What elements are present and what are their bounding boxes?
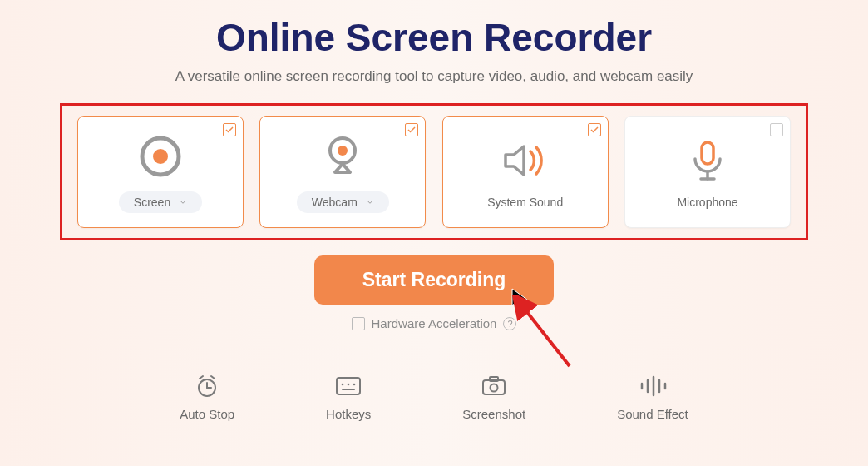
tools-row: Auto Stop Hotkeys Screenshot Sound Effec… (180, 374, 688, 421)
page-subtitle: A versatile online screen recording tool… (175, 68, 693, 85)
svg-point-15 (353, 384, 356, 386)
start-recording-button[interactable]: Start Recording (314, 255, 555, 305)
sound-wave-icon (639, 374, 667, 399)
tool-hotkeys-label: Hotkeys (326, 407, 371, 421)
help-icon[interactable]: ? (503, 317, 516, 330)
checkbox-webcam[interactable] (405, 123, 418, 136)
speaker-icon (502, 136, 549, 186)
svg-rect-18 (490, 377, 498, 381)
clock-icon (195, 374, 219, 399)
sources-selection-highlight: Screen Webcam (60, 103, 808, 240)
tool-sound-effect[interactable]: Sound Effect (617, 374, 688, 421)
screen-label: Screen (134, 196, 170, 209)
svg-line-10 (200, 376, 203, 379)
tool-auto-stop[interactable]: Auto Stop (180, 374, 234, 421)
tool-screenshot[interactable]: Screenshot (462, 374, 525, 421)
hardware-accel-checkbox[interactable] (352, 317, 365, 330)
chevron-down-icon (366, 198, 374, 206)
keyboard-icon (335, 374, 362, 399)
tool-auto-stop-label: Auto Stop (180, 407, 234, 421)
system-sound-label: System Sound (487, 196, 563, 209)
tool-hotkeys[interactable]: Hotkeys (326, 374, 371, 421)
webcam-icon (320, 131, 365, 181)
svg-point-19 (491, 384, 498, 392)
source-card-microphone[interactable]: Microphone (624, 116, 791, 228)
webcam-label: Webcam (312, 196, 358, 209)
camera-icon (481, 374, 507, 399)
svg-line-25 (524, 308, 570, 366)
screen-record-icon (138, 131, 183, 181)
checkbox-screen[interactable] (223, 123, 236, 136)
svg-point-14 (348, 384, 350, 386)
check-icon (589, 125, 599, 135)
source-card-system-sound[interactable]: System Sound (442, 116, 609, 228)
source-card-screen[interactable]: Screen (77, 116, 244, 228)
screen-dropdown[interactable]: Screen (119, 191, 202, 213)
tool-screenshot-label: Screenshot (462, 407, 525, 421)
annotation-arrow-icon (511, 295, 586, 379)
microphone-icon (687, 136, 728, 186)
source-card-webcam[interactable]: Webcam (259, 116, 426, 228)
check-icon (224, 125, 234, 135)
checkbox-system-sound[interactable] (588, 123, 601, 136)
chevron-down-icon (179, 198, 187, 206)
page-title: Online Screen Recorder (216, 15, 652, 60)
svg-line-11 (211, 376, 215, 379)
svg-point-1 (153, 149, 168, 164)
checkbox-microphone[interactable] (770, 123, 783, 136)
svg-point-13 (342, 384, 344, 386)
webcam-dropdown[interactable]: Webcam (297, 191, 389, 213)
svg-point-3 (338, 146, 348, 156)
microphone-label: Microphone (677, 196, 737, 209)
svg-rect-12 (337, 378, 360, 394)
svg-rect-4 (702, 142, 713, 164)
check-icon (407, 125, 417, 135)
tool-sound-effect-label: Sound Effect (617, 407, 688, 421)
hardware-accel-label: Hardware Acceleration (372, 316, 497, 330)
